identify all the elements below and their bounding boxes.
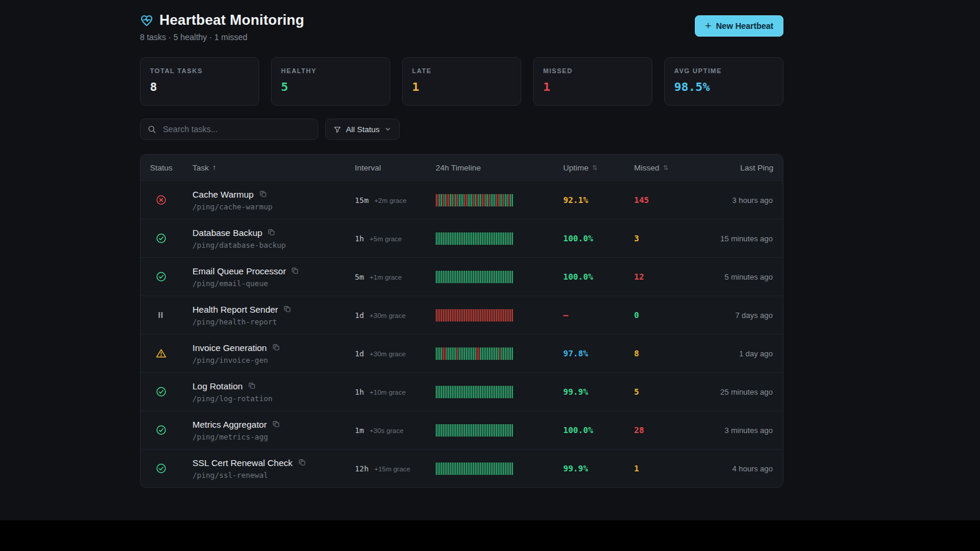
timeline-24h [436, 347, 514, 360]
copy-icon[interactable] [259, 190, 267, 198]
status-ok-icon [150, 233, 192, 244]
sort-both-icon: ⇅ [663, 164, 668, 172]
interval-value: 12h [355, 464, 368, 473]
chevron-down-icon [384, 126, 391, 133]
interval-value: 15m [355, 196, 368, 205]
table-row[interactable]: Invoice Generation /ping/invoice-gen 1d … [141, 334, 783, 372]
timeline-24h [436, 424, 514, 437]
missed-count: 1 [634, 464, 699, 473]
missed-count: 0 [634, 310, 699, 320]
new-heartbeat-button[interactable]: + New Heartbeat [695, 15, 783, 37]
heartbeat-icon [140, 14, 153, 27]
filter-funnel-icon [334, 126, 341, 133]
stat-card: TOTAL TASKS 8 [140, 57, 259, 106]
missed-count: 8 [634, 349, 699, 358]
uptime-value: 100.0% [563, 272, 634, 281]
grace-period: +2m grace [374, 197, 407, 204]
stat-card: HEALTHY 5 [271, 57, 390, 106]
last-ping-time: 3 minutes ago [699, 426, 773, 435]
task-name: Health Report Sender [192, 304, 278, 314]
timeline-24h [436, 194, 514, 206]
table-row[interactable]: Cache Warmup /ping/cache-warmup 15m +2m … [141, 181, 783, 219]
grace-period: +30s grace [370, 427, 403, 434]
filter-label: All Status [346, 125, 380, 134]
uptime-value: 99.9% [563, 387, 634, 396]
last-ping-time: 4 hours ago [699, 464, 773, 473]
stats-row: TOTAL TASKS 8 HEALTHY 5 LATE 1 MISSED 1 … [140, 57, 783, 106]
interval-value: 5m [355, 273, 364, 281]
table-row[interactable]: SSL Cert Renewal Check /ping/ssl-renewal… [141, 449, 783, 487]
status-warning-icon [150, 348, 192, 359]
copy-icon[interactable] [291, 267, 299, 275]
last-ping-time: 5 minutes ago [699, 273, 773, 281]
interval-value: 1d [355, 349, 364, 358]
status-ok-icon [150, 271, 192, 282]
page-header: Heartbeat Monitoring 8 tasks · 5 healthy… [140, 12, 783, 42]
grace-period: +30m grace [370, 350, 406, 358]
uptime-value: — [563, 310, 634, 320]
status-error-icon [150, 195, 192, 205]
stat-label: MISSED [543, 67, 642, 74]
column-header-status: Status [150, 163, 192, 172]
table-row[interactable]: Health Report Sender /ping/health-report… [141, 296, 783, 334]
interval-value: 1d [355, 311, 364, 320]
task-ping-path: /ping/health-report [192, 317, 355, 326]
last-ping-time: 1 day ago [699, 349, 773, 358]
task-ping-path: /ping/ssl-renewal [192, 471, 355, 480]
toolbar: All Status [140, 119, 783, 140]
timeline-24h [436, 463, 514, 475]
last-ping-time: 7 days ago [699, 311, 773, 320]
stat-label: LATE [412, 67, 511, 74]
copy-icon[interactable] [298, 458, 306, 467]
interval-value: 1h [355, 234, 364, 243]
column-header-missed[interactable]: Missed ⇅ [634, 163, 699, 172]
task-name: Invoice Generation [192, 343, 267, 353]
tasks-table: Status Task ↑ Interval 24h Timeline Upti… [140, 154, 783, 488]
status-paused-icon [150, 310, 192, 320]
stat-value: 8 [150, 80, 249, 94]
copy-icon[interactable] [272, 343, 280, 352]
grace-period: +10m grace [370, 389, 406, 396]
missed-count: 145 [634, 195, 699, 205]
task-name: SSL Cert Renewal Check [192, 458, 293, 468]
interval-value: 1m [355, 426, 364, 435]
column-header-uptime[interactable]: Uptime ⇅ [563, 163, 634, 172]
task-ping-path: /ping/log-rotation [192, 394, 355, 403]
grace-period: +15m grace [374, 465, 410, 473]
missed-count: 12 [634, 272, 699, 281]
last-ping-time: 3 hours ago [699, 196, 773, 205]
page-title: Heartbeat Monitoring [140, 12, 304, 28]
stat-value: 1 [543, 80, 642, 94]
uptime-value: 100.0% [563, 234, 634, 243]
grace-period: +30m grace [370, 312, 406, 319]
table-row[interactable]: Database Backup /ping/database-backup 1h… [141, 219, 783, 257]
status-ok-icon [150, 425, 192, 435]
status-filter-dropdown[interactable]: All Status [325, 119, 400, 140]
table-row[interactable]: Metrics Aggregator /ping/metrics-agg 1m … [141, 411, 783, 449]
copy-icon[interactable] [272, 420, 280, 428]
copy-icon[interactable] [267, 228, 276, 237]
table-header-row: Status Task ↑ Interval 24h Timeline Upti… [141, 155, 783, 181]
table-row[interactable]: Log Rotation /ping/log-rotation 1h +10m … [141, 372, 783, 411]
column-header-last-ping: Last Ping [699, 163, 773, 172]
interval-value: 1h [355, 388, 364, 396]
column-header-task[interactable]: Task ↑ [192, 163, 355, 172]
copy-icon[interactable] [283, 305, 292, 313]
stat-card: AVG UPTIME 98.5% [664, 57, 783, 106]
uptime-value: 92.1% [563, 195, 634, 205]
search-input[interactable] [162, 124, 311, 135]
sort-both-icon: ⇅ [592, 164, 597, 172]
uptime-value: 97.8% [563, 349, 634, 358]
table-body: Cache Warmup /ping/cache-warmup 15m +2m … [141, 181, 783, 487]
copy-icon[interactable] [248, 382, 256, 390]
column-header-timeline: 24h Timeline [436, 163, 563, 172]
stat-card: MISSED 1 [533, 57, 652, 106]
table-row[interactable]: Email Queue Processor /ping/email-queue … [141, 257, 783, 296]
status-ok-icon [150, 386, 192, 397]
uptime-value: 100.0% [563, 425, 634, 435]
page-title-text: Heartbeat Monitoring [159, 12, 304, 28]
missed-count: 28 [634, 425, 699, 435]
search-box[interactable] [140, 119, 318, 140]
column-header-interval: Interval [355, 163, 436, 172]
main-container: Heartbeat Monitoring 8 tasks · 5 healthy… [140, 0, 783, 488]
